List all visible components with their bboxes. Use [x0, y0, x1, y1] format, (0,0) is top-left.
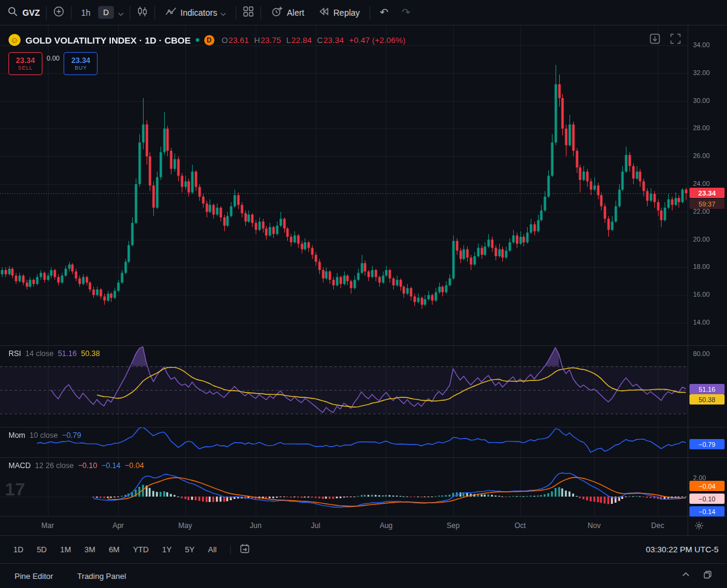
- range-1d[interactable]: 1D: [13, 545, 24, 554]
- chevron-down-icon[interactable]: [118, 7, 124, 18]
- interval-daily-button[interactable]: D: [98, 6, 113, 19]
- alert-button[interactable]: Alert: [267, 3, 308, 22]
- rsi-params: 14 close: [25, 349, 54, 358]
- macd-params: 12 26 close: [35, 461, 74, 470]
- tradingview-app: GVZ 1h D Indicators: [0, 0, 727, 588]
- indicators-button[interactable]: Indicators: [161, 3, 230, 22]
- rsi-legend[interactable]: RSI 14 close 51.16 50.38: [8, 349, 100, 358]
- symbol-title[interactable]: GOLD VOLATILITY INDEX · 1D · CBOE: [25, 35, 191, 45]
- axis-tick-label: 28.00: [693, 124, 710, 131]
- toolbar-separator: [370, 6, 370, 19]
- bottom-bar: Pine Editor Trading Panel: [0, 564, 727, 588]
- range-1m[interactable]: 1M: [60, 545, 71, 554]
- range-3m[interactable]: 3M: [84, 545, 95, 554]
- price-pane: ☺ GOLD VOLATILITY INDEX · 1D · CBOE D O2…: [0, 25, 688, 345]
- range-5y[interactable]: 5Y: [185, 545, 194, 554]
- go-to-date-icon[interactable]: [239, 543, 250, 557]
- macd-signal-value: −0.04: [125, 461, 144, 470]
- symbol-legend: ☺ GOLD VOLATILITY INDEX · 1D · CBOE D O2…: [8, 34, 405, 46]
- low-value: 22.84: [291, 36, 312, 45]
- indicators-label: Indicators: [181, 8, 217, 18]
- restore-panel-icon[interactable]: [703, 570, 712, 582]
- tradingview-watermark: 17: [5, 479, 25, 500]
- macd-hist-badge: −0.10: [689, 494, 725, 504]
- chart-style-icon[interactable]: [136, 5, 148, 20]
- open-value: 23.61: [228, 36, 249, 45]
- range-all[interactable]: All: [208, 545, 216, 554]
- interval-1h-button[interactable]: 1h: [78, 5, 95, 20]
- momentum-value-badge: −0.79: [689, 439, 725, 449]
- pine-editor-tab[interactable]: Pine Editor: [15, 572, 53, 581]
- pane-separator[interactable]: [0, 427, 727, 428]
- pane-separator[interactable]: [0, 457, 727, 458]
- macd-line-badge: −0.14: [689, 506, 725, 517]
- price-chart-canvas[interactable]: [0, 25, 688, 345]
- toolbar-separator: [154, 6, 155, 19]
- rsi-chart-canvas[interactable]: [0, 345, 688, 427]
- range-5d[interactable]: 5D: [37, 545, 47, 554]
- top-toolbar: GVZ 1h D Indicators: [0, 0, 727, 25]
- open-label: O: [222, 36, 228, 45]
- range-separator: [230, 545, 231, 555]
- alert-clock-icon: [271, 5, 283, 19]
- layout-grid-icon[interactable]: [242, 5, 254, 20]
- axis-tick-label: 80.00: [693, 350, 710, 357]
- sell-button[interactable]: 23.34 SELL: [8, 52, 42, 75]
- axis-tick-label: 26.00: [693, 152, 710, 159]
- clock-timezone-button[interactable]: 03:30:22 PM UTC-5: [646, 545, 719, 554]
- sell-label: SELL: [18, 65, 33, 71]
- buy-button[interactable]: 23.34 BUY: [64, 52, 98, 75]
- date-range-toolbar: 1D 5D 1M 3M 6M YTD 1Y 5Y All 03:30:22 PM…: [0, 536, 727, 563]
- sell-price: 23.34: [16, 56, 35, 65]
- add-symbol-icon[interactable]: [53, 5, 65, 20]
- replay-button[interactable]: Replay: [314, 3, 364, 22]
- symbol-logo: ☺: [8, 34, 21, 46]
- expand-panel-icon[interactable]: [681, 570, 691, 582]
- momentum-pane: Mom 10 close −0.79: [0, 427, 688, 457]
- buy-label: BUY: [75, 65, 87, 71]
- buy-price: 23.34: [71, 56, 90, 65]
- rsi-value-badge: 51.16: [689, 384, 725, 394]
- time-axis-month-label: Mar: [39, 521, 57, 530]
- indicators-icon: [165, 5, 177, 19]
- scroll-to-recent-icon[interactable]: [649, 33, 661, 47]
- axis-tick-label: 20.00: [693, 236, 710, 243]
- replay-label: Replay: [333, 8, 360, 18]
- macd-line-value: −0.14: [101, 461, 121, 470]
- search-icon[interactable]: [7, 6, 18, 19]
- time-axis-month-label: May: [176, 521, 194, 530]
- undo-icon[interactable]: ↶: [376, 4, 392, 21]
- time-scale[interactable]: MarAprMayJunJulAugSepOctNovDec: [0, 516, 727, 535]
- axis-tick-label: 16.00: [693, 291, 710, 298]
- redo-icon[interactable]: ↷: [398, 4, 414, 21]
- bottom-bar-top-border: [0, 563, 727, 564]
- axis-tick-label: 32.00: [693, 69, 710, 76]
- time-axis-month-label: Sep: [444, 521, 462, 530]
- macd-legend[interactable]: MACD 12 26 close −0.10 −0.14 −0.04: [8, 461, 144, 470]
- time-axis-month-label: Jul: [307, 521, 325, 530]
- price-scale[interactable]: 23.34 59:37 51.16 50.38 −0.79 −0.04 −0.1…: [688, 0, 727, 535]
- macd-hist-value: −0.10: [78, 461, 98, 470]
- toolbar-separator: [130, 6, 130, 19]
- time-axis-month-label: Aug: [377, 521, 395, 530]
- range-1y[interactable]: 1Y: [162, 545, 171, 554]
- rsi-ma-value: 50.38: [81, 349, 100, 358]
- trading-panel-tab[interactable]: Trading Panel: [78, 572, 126, 581]
- axis-tick-label: 14.00: [693, 319, 710, 326]
- trade-buttons: 23.34 SELL 0.00 23.34 BUY: [8, 52, 98, 75]
- momentum-legend[interactable]: Mom 10 close −0.79: [8, 431, 81, 440]
- delayed-data-badge: D: [204, 35, 214, 45]
- toolbar-separator: [71, 6, 71, 19]
- high-value: 23.75: [261, 36, 281, 45]
- alert-label: Alert: [287, 8, 304, 18]
- pane-separator[interactable]: [0, 345, 727, 346]
- momentum-chart-canvas[interactable]: [0, 427, 688, 457]
- range-6m[interactable]: 6M: [108, 545, 119, 554]
- time-axis-month-label: Nov: [585, 521, 603, 530]
- rsi-name: RSI: [8, 349, 21, 358]
- symbol-search-button[interactable]: GVZ: [22, 8, 40, 18]
- range-row-top-border: [0, 535, 727, 536]
- range-ytd[interactable]: YTD: [133, 545, 148, 554]
- chevron-down-icon: [221, 8, 226, 18]
- fullscreen-icon[interactable]: [669, 33, 682, 47]
